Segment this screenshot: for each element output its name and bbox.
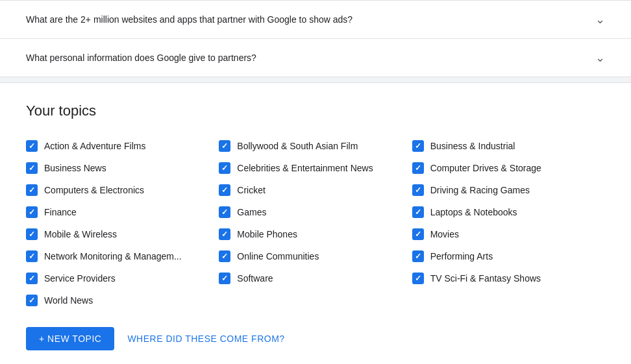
topic-item[interactable]: Driving & Racing Games bbox=[412, 179, 605, 201]
topic-checkbox[interactable] bbox=[219, 273, 230, 284]
topic-checkbox[interactable] bbox=[26, 140, 38, 152]
topic-item[interactable]: Celebrities & Entertainment News bbox=[219, 157, 412, 179]
chevron-down-icon-2: ⌄ bbox=[595, 51, 605, 65]
topic-item[interactable]: World News bbox=[26, 289, 219, 311]
topic-item[interactable]: Cricket bbox=[219, 179, 412, 201]
topic-checkbox[interactable] bbox=[412, 273, 424, 284]
topic-checkbox[interactable] bbox=[412, 162, 424, 174]
topic-checkbox[interactable] bbox=[26, 250, 38, 262]
topic-label: Laptops & Notebooks bbox=[430, 207, 517, 217]
topic-label: Computers & Electronics bbox=[44, 185, 144, 195]
faq-item-1[interactable]: What are the 2+ million websites and app… bbox=[0, 1, 631, 39]
topic-label: Online Communities bbox=[237, 251, 319, 261]
topic-label: Celebrities & Entertainment News bbox=[237, 163, 373, 173]
topic-checkbox[interactable] bbox=[219, 184, 230, 196]
topic-label: Movies bbox=[430, 229, 459, 239]
topic-checkbox[interactable] bbox=[219, 206, 230, 218]
faq-section: What are the 2+ million websites and app… bbox=[0, 0, 631, 77]
topics-grid: Action & Adventure FilmsBusiness NewsCom… bbox=[26, 135, 605, 311]
topic-label: Business News bbox=[44, 163, 106, 173]
topic-checkbox[interactable] bbox=[219, 140, 230, 152]
topic-checkbox[interactable] bbox=[26, 184, 38, 196]
topic-label: Network Monitoring & Managem... bbox=[44, 251, 182, 261]
topic-label: Finance bbox=[44, 207, 77, 217]
topic-label: World News bbox=[44, 295, 93, 306]
topic-label: Software bbox=[237, 273, 273, 284]
topic-item[interactable]: Business News bbox=[26, 157, 219, 179]
topic-item[interactable]: Bollywood & South Asian Film bbox=[219, 135, 412, 157]
topic-checkbox[interactable] bbox=[412, 184, 424, 196]
topic-column-1: Action & Adventure FilmsBusiness NewsCom… bbox=[26, 135, 219, 311]
topic-checkbox[interactable] bbox=[412, 140, 424, 152]
faq-question-2: What personal information does Google gi… bbox=[26, 53, 256, 63]
topic-item[interactable]: Computers & Electronics bbox=[26, 179, 219, 201]
topic-item[interactable]: Network Monitoring & Managem... bbox=[26, 245, 219, 267]
topics-section: Your topics Action & Adventure FilmsBusi… bbox=[0, 82, 631, 364]
topic-item[interactable]: TV Sci-Fi & Fantasy Shows bbox=[412, 267, 605, 289]
topic-checkbox[interactable] bbox=[26, 162, 38, 174]
topic-checkbox[interactable] bbox=[219, 162, 230, 174]
topic-item[interactable]: Software bbox=[219, 267, 412, 289]
topic-label: Mobile & Wireless bbox=[44, 229, 117, 239]
topic-item[interactable]: Online Communities bbox=[219, 245, 412, 267]
topic-label: Mobile Phones bbox=[237, 229, 297, 239]
topic-item[interactable]: Mobile & Wireless bbox=[26, 223, 219, 245]
topics-title: Your topics bbox=[26, 103, 605, 119]
topic-label: Action & Adventure Films bbox=[44, 141, 145, 151]
topic-checkbox[interactable] bbox=[219, 228, 230, 240]
page-wrapper: What are the 2+ million websites and app… bbox=[0, 0, 631, 364]
topic-column-2: Bollywood & South Asian FilmCelebrities … bbox=[219, 135, 412, 311]
topic-label: Games bbox=[237, 207, 266, 217]
faq-question-1: What are the 2+ million websites and app… bbox=[26, 14, 353, 25]
where-did-these-come-from-link[interactable]: WHERE DID THESE COME FROM? bbox=[127, 334, 284, 344]
topic-label: Computer Drives & Storage bbox=[430, 163, 541, 173]
topic-label: Business & Industrial bbox=[430, 141, 515, 151]
topic-checkbox[interactable] bbox=[26, 273, 38, 284]
chevron-down-icon-1: ⌄ bbox=[595, 12, 605, 27]
topic-label: Bollywood & South Asian Film bbox=[237, 141, 358, 151]
topic-checkbox[interactable] bbox=[26, 295, 38, 306]
topic-item[interactable]: Computer Drives & Storage bbox=[412, 157, 605, 179]
topic-checkbox[interactable] bbox=[412, 228, 424, 240]
topic-label: Performing Arts bbox=[430, 251, 493, 261]
topic-label: Driving & Racing Games bbox=[430, 185, 530, 195]
topic-item[interactable]: Laptops & Notebooks bbox=[412, 201, 605, 223]
topic-checkbox[interactable] bbox=[412, 250, 424, 262]
topic-label: TV Sci-Fi & Fantasy Shows bbox=[430, 273, 541, 284]
topic-item[interactable]: Movies bbox=[412, 223, 605, 245]
topic-checkbox[interactable] bbox=[26, 206, 38, 218]
new-topic-button[interactable]: + NEW TOPIC bbox=[26, 327, 114, 350]
topic-item[interactable]: Finance bbox=[26, 201, 219, 223]
topic-item[interactable]: Mobile Phones bbox=[219, 223, 412, 245]
topic-column-3: Business & IndustrialComputer Drives & S… bbox=[412, 135, 605, 311]
faq-item-2[interactable]: What personal information does Google gi… bbox=[0, 39, 631, 77]
topic-item[interactable]: Business & Industrial bbox=[412, 135, 605, 157]
topic-checkbox[interactable] bbox=[412, 206, 424, 218]
topic-label: Cricket bbox=[237, 185, 266, 195]
topic-item[interactable]: Games bbox=[219, 201, 412, 223]
topic-checkbox[interactable] bbox=[219, 250, 230, 262]
topic-item[interactable]: Service Providers bbox=[26, 267, 219, 289]
topic-item[interactable]: Action & Adventure Films bbox=[26, 135, 219, 157]
actions-row: + NEW TOPIC WHERE DID THESE COME FROM? bbox=[26, 327, 605, 350]
topic-item[interactable]: Performing Arts bbox=[412, 245, 605, 267]
topic-checkbox[interactable] bbox=[26, 228, 38, 240]
topic-label: Service Providers bbox=[44, 273, 116, 284]
